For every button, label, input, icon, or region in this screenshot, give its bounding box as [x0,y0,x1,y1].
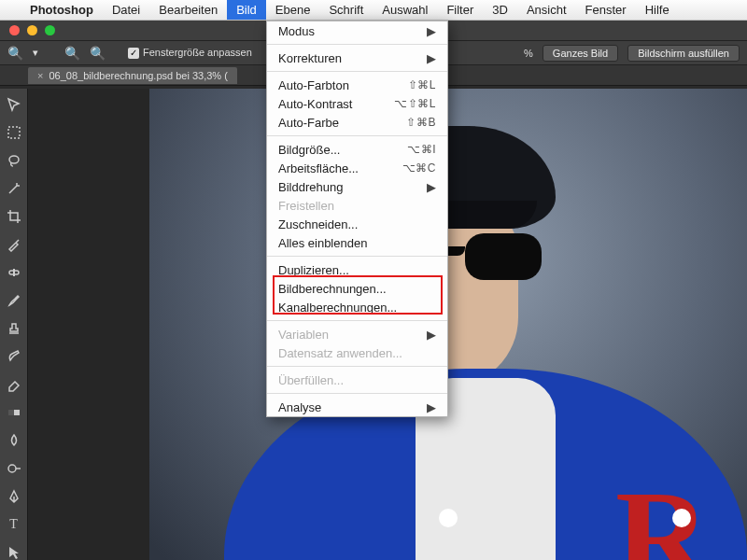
menu-datensatz: Datensatz anwenden... [267,343,447,362]
submenu-arrow-icon: ▶ [427,328,436,342]
chevron-down-icon[interactable]: ▾ [33,47,38,59]
menu-bildgroesse[interactable]: Bildgröße...⌥⌘I [267,140,447,159]
eyedropper-tool-icon[interactable] [4,234,24,255]
menu-bildberechnungen[interactable]: Bildberechnungen... [267,279,447,298]
menu-auto-kontrast[interactable]: Auto-Kontrast⌥⇧⌘L [267,94,447,113]
menu-datei[interactable]: Datei [103,0,149,20]
zoom-in-icon[interactable]: 🔍 [64,46,80,61]
menu-bild[interactable]: Bild [227,0,266,20]
menu-bilddrehung[interactable]: Bilddrehung▶ [267,177,447,196]
menu-kanalberechnungen[interactable]: Kanalberechnungen... [267,298,447,316]
gradient-tool-icon[interactable] [4,402,24,423]
whole-image-button[interactable]: Ganzes Bild [543,45,618,62]
menu-bearbeiten[interactable]: Bearbeiten [149,0,227,20]
menu-ansicht[interactable]: Ansicht [517,0,576,20]
menu-filter[interactable]: Filter [437,0,483,20]
jacket-letter: R [615,461,710,560]
document-image: R [149,89,747,560]
menu-ueberfuellen: Überfüllen... [267,371,447,389]
marquee-tool-icon[interactable] [4,122,24,143]
submenu-arrow-icon: ▶ [427,400,436,414]
document-tab-label: 06_08_bildberechnung.psd bei 33,3% ( [49,70,227,81]
svg-rect-0 [8,127,20,138]
macos-menubar: Photoshop Datei Bearbeiten Bild Ebene Sc… [0,0,747,21]
window-controls [0,25,64,35]
crop-tool-icon[interactable] [4,206,24,227]
menu-variablen: Variablen▶ [267,325,447,343]
type-tool-icon[interactable]: T [4,514,24,535]
fill-screen-button[interactable]: Bildschirm ausfüllen [627,45,740,62]
tools-panel: T [0,89,28,560]
zoom-tool-icon[interactable]: 🔍 [7,46,23,61]
stamp-tool-icon[interactable] [4,318,24,339]
app-name[interactable]: Photoshop [21,3,103,17]
svg-point-5 [8,465,16,472]
svg-point-1 [9,156,19,163]
fit-checkbox-label: Fenstergröße anpassen [143,47,252,58]
submenu-arrow-icon: ▶ [427,180,436,194]
fullscreen-window-button[interactable] [45,25,55,35]
submenu-arrow-icon: ▶ [427,24,436,38]
document-tab[interactable]: × 06_08_bildberechnung.psd bei 33,3% ( [28,67,237,84]
path-select-icon[interactable] [4,542,24,560]
bild-dropdown-menu: Modus▶ Korrekturen▶ Auto-Farbton⇧⌘L Auto… [266,21,448,417]
fit-checkbox[interactable]: ✓Fenstergröße anpassen [128,47,252,59]
menu-auto-farbe[interactable]: Auto-Farbe⇧⌘B [267,113,447,132]
minimize-window-button[interactable] [27,25,37,35]
svg-rect-4 [8,410,14,415]
menu-analyse[interactable]: Analyse▶ [267,398,447,416]
menu-auswahl[interactable]: Auswahl [373,0,437,20]
menu-zuschneiden[interactable]: Zuschneiden... [267,215,447,233]
submenu-arrow-icon: ▶ [427,51,436,65]
menu-arbeitsflaeche[interactable]: Arbeitsfläche...⌥⌘C [267,159,447,177]
pct-fragment: % [524,48,533,59]
menu-modus[interactable]: Modus▶ [267,21,447,40]
menu-hilfe[interactable]: Hilfe [636,0,679,20]
dodge-tool-icon[interactable] [4,458,24,479]
menu-korrekturen[interactable]: Korrekturen▶ [267,49,447,67]
brush-tool-icon[interactable] [4,290,24,311]
history-brush-icon[interactable] [4,346,24,367]
blur-tool-icon[interactable] [4,430,24,451]
close-tab-icon[interactable]: × [37,70,43,81]
lasso-tool-icon[interactable] [4,150,24,171]
heal-tool-icon[interactable] [4,262,24,283]
menu-schrift[interactable]: Schrift [319,0,373,20]
menu-duplizieren[interactable]: Duplizieren... [267,260,447,279]
move-tool-icon[interactable] [4,94,24,115]
close-window-button[interactable] [9,25,20,35]
menu-freistellen: Freistellen [267,196,447,215]
zoom-out-icon[interactable]: 🔍 [90,46,106,61]
menu-ebene[interactable]: Ebene [266,0,320,20]
menu-alles-einblenden[interactable]: Alles einblenden [267,233,447,252]
pen-tool-icon[interactable] [4,486,24,507]
menu-3d[interactable]: 3D [483,0,517,20]
menu-fenster[interactable]: Fenster [576,0,636,20]
eraser-tool-icon[interactable] [4,374,24,395]
menu-auto-farbton[interactable]: Auto-Farbton⇧⌘L [267,76,447,94]
wand-tool-icon[interactable] [4,178,24,199]
